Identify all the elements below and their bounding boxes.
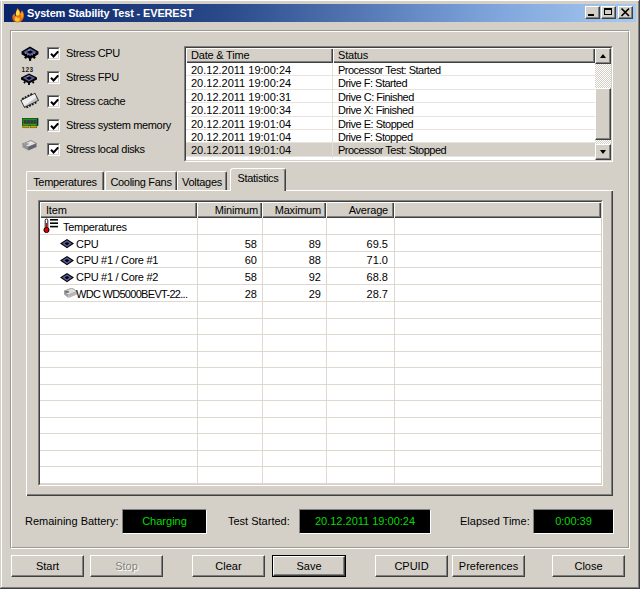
svg-text:123: 123 [22,66,34,73]
